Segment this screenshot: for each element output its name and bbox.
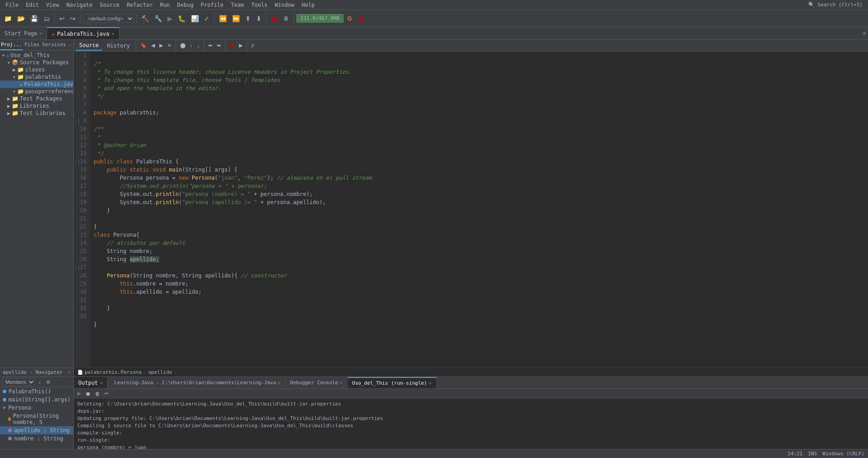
navigator-sort-btn[interactable]: ↕ — [36, 378, 43, 386]
open-btn[interactable]: 📂 — [15, 14, 27, 24]
resume-btn[interactable]: ▶ — [237, 42, 244, 49]
gc-btn[interactable]: ♻ — [344, 14, 355, 24]
breadcrumb-member[interactable]: apellido — [148, 369, 172, 375]
debug-btn[interactable]: 🐛 — [176, 14, 188, 24]
menu-view[interactable]: View — [43, 1, 63, 9]
tab-palabrathis-close[interactable]: ✕ — [112, 31, 114, 36]
project-panel-options[interactable]: ⋯ — [67, 40, 73, 50]
menu-debug[interactable]: Debug — [173, 1, 197, 9]
run-output-btn[interactable]: ▶ — [76, 390, 83, 397]
nav-item-nombre[interactable]: nombre : String — [0, 434, 73, 443]
menu-run[interactable]: Run — [157, 1, 174, 9]
tree-pasoporreferencia[interactable]: ▾ 📁 pasoporreferencia — [0, 88, 73, 95]
apply-diff-btn[interactable]: ⏪ — [217, 14, 229, 24]
nav-item-persona-class[interactable]: ▾ Persona — [0, 404, 73, 412]
tree-palabrathis[interactable]: ▾ 📁 palabrathis — [0, 73, 73, 81]
next-error-btn2[interactable]: ↓ — [195, 42, 201, 49]
menu-edit[interactable]: Edit — [22, 1, 43, 9]
undo-btn[interactable]: ↩ — [57, 14, 67, 24]
tab-palabrathis[interactable]: ☕ PalabraThis.java ✕ — [47, 27, 119, 39]
output-tab-main[interactable]: Output ✕ — [74, 377, 108, 388]
menu-refactor[interactable]: Refactor — [123, 1, 157, 9]
menu-source[interactable]: Source — [96, 1, 123, 9]
tree-source-packages[interactable]: ▾ 📦 Source Packages — [0, 59, 73, 66]
tree-test-libraries[interactable]: ▶ 📁 Test Libraries — [0, 110, 73, 117]
prev-bookmark-btn[interactable]: ◀ — [149, 42, 157, 49]
menu-file[interactable]: File — [2, 1, 22, 9]
project-tab-proj[interactable]: Proj... — [0, 40, 23, 50]
tab-start-page-close[interactable]: ✕ — [39, 31, 42, 36]
menu-team[interactable]: Team — [227, 1, 248, 9]
wrap-output-btn[interactable]: ↵ — [103, 390, 110, 397]
profile-btn[interactable]: 📊 — [189, 14, 201, 24]
code-editor[interactable]: 1 2 3 4 5 6 7 8 [-]9 10 11 12 13 [-]14 1… — [74, 52, 868, 367]
project-tab-files[interactable]: Files — [23, 40, 41, 50]
redo-btn[interactable]: ↪ — [68, 14, 78, 24]
menu-tools[interactable]: Tools — [248, 1, 271, 9]
tree-label-test-packages: Test Packages — [20, 95, 62, 102]
clear-output-btn[interactable]: 🗑 — [93, 390, 102, 397]
output-close[interactable]: ✕ — [100, 380, 103, 385]
save-all-btn[interactable]: 🗂 — [41, 14, 52, 24]
menu-help[interactable]: Help — [298, 1, 318, 9]
toggle-bookmark-btn[interactable]: 🔖 — [138, 42, 148, 49]
source-tab[interactable]: Source — [76, 41, 102, 51]
save-btn[interactable]: 💾 — [28, 14, 40, 24]
breadcrumb-package[interactable]: palabrathis.Persona — [85, 369, 142, 375]
run-btn[interactable]: ▶ — [165, 14, 175, 24]
ln-8: 8 — [76, 109, 86, 117]
navigator-filter-select[interactable]: Members — [2, 378, 35, 386]
output-inner-debugger[interactable]: Debugger Console ✕ — [286, 377, 348, 388]
output-inner-learning-java[interactable]: Learning-Java - C:\Users\brian\Documents… — [110, 377, 286, 388]
profile-snap-btn[interactable]: ⏺ — [356, 14, 367, 24]
stop-btn[interactable]: ⏹ — [269, 14, 280, 24]
build-btn[interactable]: 🔨 — [139, 14, 151, 24]
pause-btn[interactable]: ⏸ — [281, 14, 291, 24]
new-project-btn[interactable]: 📁 — [2, 14, 14, 24]
stop-compile-btn[interactable]: ⏹ — [228, 42, 236, 49]
ln-5: 5 — [76, 84, 86, 92]
apply-diff-next-btn[interactable]: ⏩ — [230, 14, 242, 24]
tree-uso-del-this[interactable]: ▾ ☕ Uso_del_This — [0, 52, 73, 59]
config-select[interactable]: <default config> — [83, 14, 134, 23]
navigate-back-btn[interactable]: ⬅ — [206, 42, 214, 49]
menu-profile[interactable]: Profile — [197, 1, 227, 9]
next-bookmark-btn[interactable]: ▶ — [157, 42, 165, 49]
nav-item-palabrathis[interactable]: PalabraThis() — [0, 387, 73, 396]
clear-bookmarks-btn[interactable]: ✕ — [166, 42, 173, 49]
clean-build-btn[interactable]: 🔧 — [152, 14, 164, 24]
test-btn[interactable]: ✓ — [202, 14, 212, 24]
tab-start-page[interactable]: Start Page ✕ — [0, 27, 47, 39]
output-inner-lj-close[interactable]: ✕ — [278, 380, 281, 385]
menu-navigate[interactable]: Navigate — [63, 1, 96, 9]
menu-window[interactable]: Window — [271, 1, 298, 9]
toggle-comment-btn[interactable]: // — [249, 42, 256, 49]
tree-test-packages[interactable]: ▶ 📁 Test Packages — [0, 95, 73, 102]
code-content[interactable]: /* * To change this license header, choo… — [90, 52, 868, 367]
ln-30: 30 — [76, 288, 86, 296]
ln-21: 21 — [76, 215, 86, 223]
tree-clases[interactable]: ▶ 📁 clases — [0, 66, 73, 73]
navigator-close[interactable]: ✕ — [68, 370, 71, 375]
output-toolbar: ▶ ⏹ 🗑 ↵ — [74, 389, 868, 399]
stop-output-btn[interactable]: ⏹ — [84, 390, 92, 397]
navigator-settings-btn[interactable]: ⚙ — [44, 378, 52, 386]
output-inner-debug-close[interactable]: ✕ — [340, 380, 343, 385]
window-list-btn[interactable]: ≡ — [861, 27, 868, 39]
output-inner-uso-close[interactable]: ✕ — [429, 381, 432, 386]
prev-error-btn[interactable]: ⬆ — [243, 14, 253, 24]
navigate-fwd-btn[interactable]: ➡ — [215, 42, 223, 49]
tree-palabrathis-java[interactable]: ☕ PalabraThis.java — [0, 81, 73, 88]
java-file-icon: ☕ — [52, 31, 55, 37]
prev-error-btn2[interactable]: ↑ — [188, 42, 195, 49]
tree-libraries[interactable]: ▶ 📁 Libraries — [0, 102, 73, 110]
ln-19: 19 — [76, 198, 86, 206]
history-tab[interactable]: History — [103, 41, 134, 50]
nav-item-apellido[interactable]: apellido : String — [0, 426, 73, 434]
next-error-btn[interactable]: ⬇ — [254, 14, 264, 24]
project-tab-services[interactable]: Services — [41, 40, 67, 50]
toggle-breakpoint-btn[interactable]: ⬤ — [178, 42, 187, 49]
nav-item-persona-constructor[interactable]: Persona(String nombre, S — [0, 412, 73, 426]
nav-item-main[interactable]: main(String[].args) — [0, 396, 73, 404]
output-inner-uso[interactable]: Uso_del_This (run-single) ✕ — [348, 377, 437, 388]
